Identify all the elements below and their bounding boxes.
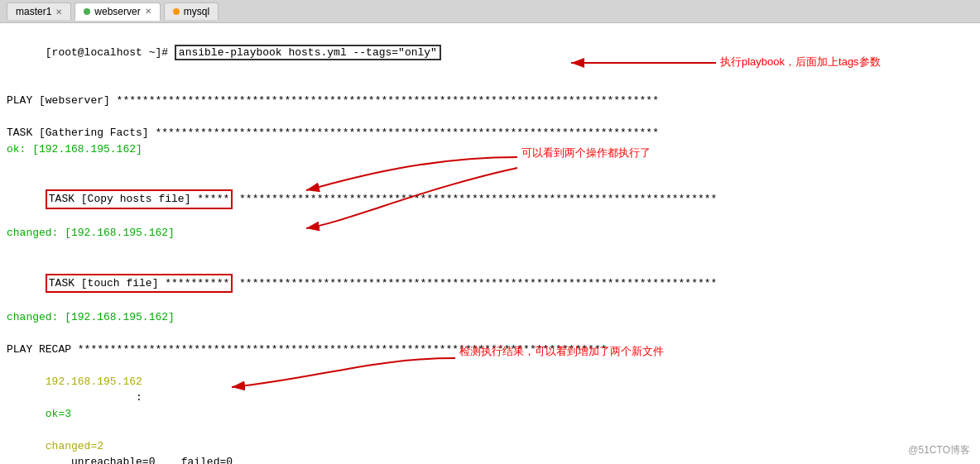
task-touch-stars: ****************************************… [233, 277, 717, 289]
task-copy-box: TASK [Copy hosts file] ***** [46, 189, 233, 209]
recap-ip: 192.168.195.162 [46, 376, 142, 388]
annotation-1: 执行playbook，后面加上tags参数 [720, 55, 881, 69]
recap-ok: ok=3 [46, 408, 91, 420]
line-changed-1: changed: [192.168.195.162] [7, 225, 973, 242]
tab-mysql-label: mysql [184, 6, 209, 17]
annotation-2: 可以看到两个操作都执行了 [521, 146, 651, 160]
line-blank-4 [7, 242, 973, 258]
line-task-copy: TASK [Copy hosts file] ***** ***********… [7, 174, 973, 226]
title-bar: master1 ✕ webserver ✕ mysql [0, 0, 980, 23]
main-window: master1 ✕ webserver ✕ mysql [root@localh… [0, 0, 980, 464]
task-copy-stars: ****************************************… [233, 193, 717, 205]
watermark: @51CTO博客 [908, 443, 970, 457]
line-recap-data: 192.168.195.162 : ok=3 changed=2 unreach… [7, 357, 973, 464]
terminal[interactable]: [root@localhost ~]# ansible-playbook hos… [0, 23, 980, 464]
tab-mysql[interactable]: mysql [164, 2, 219, 20]
line-task-gathering: TASK [Gathering Facts] *****************… [7, 125, 973, 141]
line-task-touch: TASK [touch file] ********** ***********… [7, 257, 973, 309]
tab-master1-close[interactable]: ✕ [55, 7, 62, 17]
line-changed-2: changed: [192.168.195.162] [7, 309, 973, 326]
recap-space3: unreachable=0 failed=0 [46, 456, 233, 464]
tab-webserver-dot [84, 8, 90, 15]
annotation-3: 检测执行结果，可以看到增加了两个新文件 [459, 344, 664, 359]
tab-webserver[interactable]: webserver ✕ [74, 2, 160, 21]
prompt-1: [root@localhost ~]# [46, 46, 175, 59]
tab-master1[interactable]: master1 ✕ [7, 2, 71, 20]
task-touch-box: TASK [touch file] ********** [46, 274, 233, 294]
recap-space2 [46, 423, 71, 436]
line-blank-1 [7, 77, 973, 93]
line-blank-2 [7, 109, 973, 126]
recap-changed: changed=2 [46, 440, 103, 452]
tab-master1-label: master1 [16, 6, 51, 17]
tab-mysql-dot [173, 8, 180, 15]
tab-webserver-close[interactable]: ✕ [145, 7, 151, 16]
line-blank-3 [7, 157, 973, 174]
line-play: PLAY [webserver] ***********************… [7, 93, 973, 109]
line-blank-5 [7, 325, 973, 342]
recap-spaces: : [46, 391, 149, 404]
cmd-1: ansible-playbook hosts.yml --tags="only" [175, 45, 441, 60]
line-ok: ok: [192.168.195.162] [7, 141, 973, 158]
tab-webserver-label: webserver [94, 6, 140, 17]
